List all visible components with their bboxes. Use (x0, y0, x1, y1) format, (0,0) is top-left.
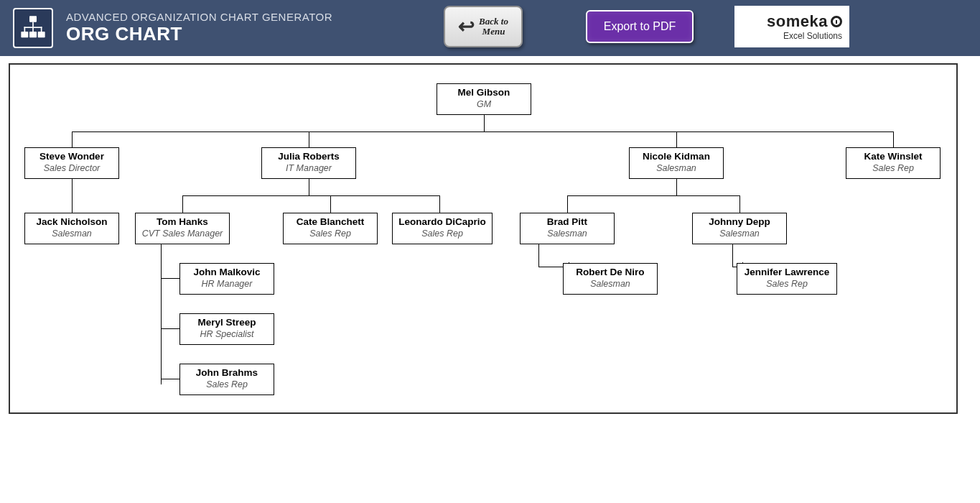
connector-line (72, 131, 893, 132)
connector-line (484, 114, 485, 131)
orgchart-icon (13, 8, 53, 48)
someka-logo: someka Excel Solutions (734, 6, 849, 47)
node-title: Salesman (568, 279, 653, 290)
org-node-root[interactable]: Mel Gibson GM (437, 83, 531, 115)
node-name: Cate Blanchett (288, 216, 373, 229)
svg-rect-1 (21, 32, 28, 37)
connector-line (161, 328, 179, 329)
node-title: Salesman (525, 229, 610, 239)
org-node[interactable]: Nicole Kidman Salesman (629, 147, 724, 179)
node-name: Brad Pitt (525, 216, 610, 229)
svg-rect-8 (41, 27, 42, 32)
node-name: Jack Nicholson (29, 216, 114, 229)
connector-line (161, 278, 179, 279)
org-node[interactable]: John Malkovic HR Manager (179, 263, 274, 295)
svg-rect-2 (29, 32, 37, 37)
node-title: Sales Director (29, 163, 114, 174)
node-name: Tom Hanks (140, 216, 225, 229)
node-title: Salesman (634, 163, 719, 174)
node-name: Johnny Depp (697, 216, 782, 229)
connector-line (439, 195, 440, 213)
org-node[interactable]: John Brahms Sales Rep (179, 364, 274, 395)
node-title: CVT Sales Manager (140, 229, 225, 239)
node-title: IT Manager (266, 163, 351, 174)
org-node[interactable]: Jennifer Lawrence Sales Rep (737, 263, 837, 295)
svg-rect-0 (29, 16, 37, 22)
org-node[interactable]: Julia Roberts IT Manager (261, 147, 356, 179)
node-title: GM (442, 99, 526, 110)
svg-rect-7 (32, 27, 34, 32)
org-node[interactable]: Robert De Niro Salesman (563, 263, 658, 295)
header-bar: ADVANCED ORGANIZATION CHART GENERATOR OR… (0, 0, 980, 56)
node-name: Meryl Streep (185, 317, 269, 329)
connector-line (309, 131, 309, 147)
node-name: Nicole Kidman (634, 151, 719, 163)
org-node[interactable]: Johnny Depp Salesman (692, 213, 787, 244)
org-node[interactable]: Kate Winslet Sales Rep (846, 147, 941, 179)
org-node[interactable]: Tom Hanks CVT Sales Manager (135, 213, 230, 244)
connector-line (330, 195, 331, 213)
connector-line (893, 131, 894, 147)
node-name: Mel Gibson (442, 87, 526, 99)
connector-line (567, 195, 568, 213)
connector-line (182, 195, 183, 213)
org-node[interactable]: Jack Nicholson Salesman (24, 213, 119, 244)
node-name: Leonardo DiCaprio (397, 216, 487, 229)
node-title: Sales Rep (851, 163, 935, 174)
connector-line (538, 244, 539, 267)
org-node[interactable]: Steve Wonder Sales Director (24, 147, 119, 179)
page-title: ORG CHART (66, 24, 332, 45)
node-title: Sales Rep (742, 279, 832, 290)
back-to-menu-button[interactable]: ↩ Back toMenu (444, 6, 523, 47)
node-title: Sales Rep (288, 229, 373, 239)
connector-line (676, 131, 677, 147)
export-pdf-label: Export to PDF (604, 20, 676, 33)
node-name: Julia Roberts (266, 151, 351, 163)
orgchart-canvas: Mel Gibson GM Steve Wonder Sales Directo… (9, 63, 958, 414)
export-pdf-button[interactable]: Export to PDF (586, 10, 694, 43)
node-title: Sales Rep (397, 229, 487, 239)
node-title: Salesman (29, 229, 114, 239)
node-name: Kate Winslet (851, 151, 935, 163)
connector-line (161, 379, 179, 379)
node-title: Sales Rep (185, 379, 269, 390)
connector-line (161, 244, 162, 384)
node-title: Salesman (697, 229, 782, 239)
back-button-label: Back toMenu (479, 17, 508, 36)
connector-line (732, 244, 733, 267)
node-title: HR Manager (185, 279, 269, 290)
node-name: John Malkovic (185, 267, 269, 279)
header-titles: ADVANCED ORGANIZATION CHART GENERATOR OR… (66, 11, 332, 45)
svg-rect-3 (38, 32, 45, 37)
node-name: Robert De Niro (568, 267, 653, 279)
node-name: Steve Wonder (29, 151, 114, 163)
org-node[interactable]: Meryl Streep HR Specialist (179, 313, 274, 345)
logo-tagline: Excel Solutions (783, 31, 842, 41)
connector-line (739, 195, 740, 213)
connector-line (309, 178, 309, 195)
connector-line (567, 195, 739, 196)
svg-rect-4 (32, 22, 34, 27)
connector-line (72, 178, 73, 213)
connector-line (182, 195, 439, 196)
node-title: HR Specialist (185, 329, 269, 340)
node-name: Jennifer Lawrence (742, 267, 832, 279)
node-name: John Brahms (185, 367, 269, 379)
header-subtitle: ADVANCED ORGANIZATION CHART GENERATOR (66, 11, 332, 23)
connector-line (676, 178, 677, 195)
connector-line (72, 131, 73, 147)
logo-brand: someka (767, 12, 828, 31)
svg-rect-6 (24, 27, 26, 32)
org-node[interactable]: Leonardo DiCaprio Sales Rep (392, 213, 493, 244)
org-node[interactable]: Cate Blanchett Sales Rep (283, 213, 378, 244)
logo-mark-icon (831, 16, 842, 27)
org-node[interactable]: Brad Pitt Salesman (520, 213, 615, 244)
